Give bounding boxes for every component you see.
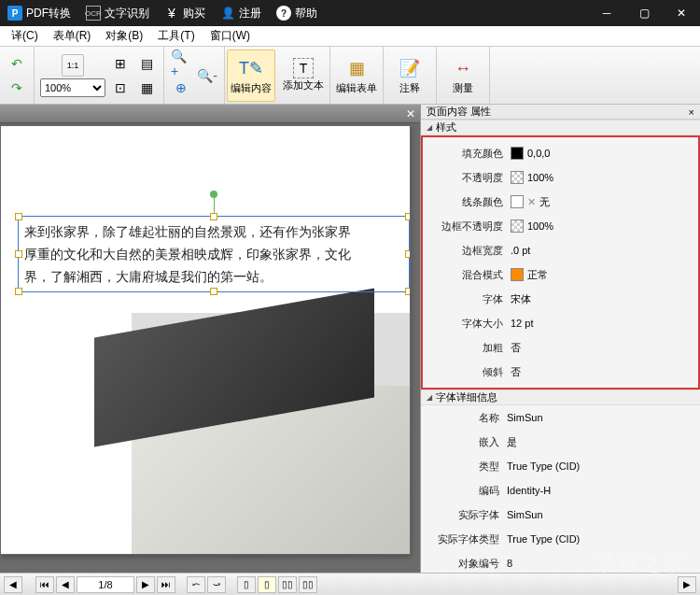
fill-color-label: 填充颜色 <box>425 147 511 161</box>
font-size-label: 字体大小 <box>425 317 511 331</box>
menu-interpret[interactable]: 译(C) <box>4 28 46 44</box>
zoom-tool3[interactable]: ▤ <box>135 52 158 75</box>
resize-handle-bm[interactable] <box>210 288 217 295</box>
add-text-button[interactable]: T 添加文本 <box>279 50 328 102</box>
zoom-tool2[interactable]: ⊡ <box>109 77 132 99</box>
document-page[interactable]: 来到张家界，除了雄起壮丽的自然景观，还有作为张家界 厚重的文化和大自然的美景相映… <box>0 125 411 555</box>
italic-value[interactable]: 否 <box>511 365 696 379</box>
view-facing-cont-button[interactable]: ▯▯ <box>299 576 317 593</box>
border-opacity-value[interactable]: 100% <box>511 220 696 233</box>
ocr-label: 文字识别 <box>105 6 149 21</box>
menu-window[interactable]: 窗口(W) <box>203 28 258 44</box>
nav-fwd-button[interactable]: ⤻ <box>207 576 226 593</box>
last-page-button[interactable]: ⏭ <box>157 576 175 593</box>
obj-number-value: 8 <box>507 558 700 569</box>
page-indicator-input[interactable] <box>77 576 134 593</box>
next-page-button[interactable]: ▶ <box>136 576 155 593</box>
opacity-label: 不透明度 <box>425 171 511 185</box>
fill-color-swatch[interactable] <box>511 147 524 160</box>
bold-value[interactable]: 否 <box>511 341 696 355</box>
section-style-header[interactable]: 样式 <box>421 120 700 135</box>
ocr-button[interactable]: OCR 文字识别 <box>78 6 157 21</box>
rotate-handle[interactable] <box>210 191 217 198</box>
panel-title-bar: 页面内容 属性 × <box>421 105 700 120</box>
close-tab-button[interactable]: ✕ <box>401 105 420 123</box>
measure-icon: ↔ <box>450 55 476 81</box>
prev-page-button[interactable]: ◀ <box>56 576 75 593</box>
menu-tool[interactable]: 工具(T) <box>150 28 202 44</box>
edit-text-icon: T✎ <box>238 55 264 81</box>
selected-text-box[interactable]: 来到张家界，除了雄起壮丽的自然景观，还有作为张家界 厚重的文化和大自然的美景相映… <box>18 216 410 292</box>
border-width-label: 边框宽度 <box>425 244 511 258</box>
view-single-button[interactable]: ▯ <box>237 576 256 593</box>
border-width-value[interactable]: .0 pt <box>511 245 696 256</box>
menu-object[interactable]: 对象(B) <box>98 28 150 44</box>
zoom-fit-button[interactable]: ⊕ <box>170 77 192 99</box>
resize-handle-mr[interactable] <box>405 250 411 258</box>
line-color-swatch[interactable] <box>511 195 524 208</box>
scroll-left-button[interactable]: ◀ <box>4 576 22 593</box>
font-size-value[interactable]: 12 pt <box>511 318 696 329</box>
panel-close-button[interactable]: × <box>689 106 694 118</box>
encoding-label: 编码 <box>421 484 507 498</box>
register-button[interactable]: 👤 注册 <box>213 6 269 21</box>
fill-color-value[interactable]: 0,0,0 <box>511 147 696 160</box>
add-text-icon: T <box>293 58 314 78</box>
help-button[interactable]: ? 帮助 <box>269 6 325 21</box>
resize-handle-br[interactable] <box>405 288 411 295</box>
resize-handle-bl[interactable] <box>15 288 22 295</box>
font-value[interactable]: 宋体 <box>511 292 696 306</box>
minimize-button[interactable]: ─ <box>588 0 625 26</box>
resize-handle-tr[interactable] <box>405 213 411 220</box>
menu-form[interactable]: 表单(R) <box>46 28 99 44</box>
resize-handle-ml[interactable] <box>15 250 22 258</box>
nav-back-button[interactable]: ⤺ <box>187 576 205 593</box>
font-name-value: SimSun <box>507 412 700 423</box>
measure-button[interactable]: ↔ 测量 <box>439 50 487 102</box>
yen-icon: ¥ <box>164 6 179 21</box>
fit-page-button[interactable]: 1:1 <box>62 54 84 77</box>
edit-form-button[interactable]: ▦ 编辑表单 <box>332 50 381 102</box>
workspace: ✕ 来到张家界，除了雄起壮丽的自然景观，还有作为张家界 厚重的文化和大自然的美景… <box>0 105 700 573</box>
annotate-button[interactable]: 📝 注释 <box>385 50 434 102</box>
view-facing-button[interactable]: ▯▯ <box>278 576 297 593</box>
canvas-tabbar: ✕ <box>0 105 420 123</box>
redo-button[interactable]: ↷ <box>6 77 28 99</box>
text-content[interactable]: 来到张家界，除了雄起壮丽的自然景观，还有作为张家界 厚重的文化和大自然的美景相映… <box>19 217 409 291</box>
canvas-area[interactable]: ✕ 来到张家界，除了雄起壮丽的自然景观，还有作为张家界 厚重的文化和大自然的美景… <box>0 105 420 573</box>
zoom-tool4[interactable]: ▦ <box>135 77 158 99</box>
zoom-select[interactable]: 100% <box>40 78 105 97</box>
type-value: True Type (CID) <box>507 460 700 472</box>
buy-button[interactable]: ¥ 购买 <box>157 6 213 21</box>
view-continuous-button[interactable]: ▯ <box>258 576 276 593</box>
close-button[interactable]: ✕ <box>663 0 700 26</box>
bold-label: 加粗 <box>425 341 511 355</box>
scroll-right-button[interactable]: ▶ <box>678 576 696 593</box>
section-font-detail-header[interactable]: 字体详细信息 <box>421 390 700 405</box>
blend-mode-label: 混合模式 <box>425 268 511 282</box>
actual-font-value: SimSun <box>507 509 700 520</box>
edit-content-button[interactable]: T✎ 编辑内容 <box>227 50 275 102</box>
resize-handle-tm[interactable] <box>210 213 217 220</box>
zoom-tool1[interactable]: ⊞ <box>109 52 132 75</box>
zoom-in-button[interactable]: 🔍+ <box>170 52 192 75</box>
style-properties: 填充颜色0,0,0 不透明度100% 线条颜色✕无 边框不透明度100% 边框宽… <box>421 135 700 390</box>
border-opacity-swatch <box>511 220 524 233</box>
ocr-icon: OCR <box>86 6 101 21</box>
line-color-value[interactable]: ✕无 <box>511 195 696 209</box>
opacity-swatch <box>511 171 524 184</box>
blend-mode-value[interactable]: 正常 <box>511 268 696 282</box>
line-color-label: 线条颜色 <box>425 195 511 209</box>
actual-font-label: 实际字体 <box>421 508 507 522</box>
annotate-icon: 📝 <box>397 55 423 81</box>
first-page-button[interactable]: ⏮ <box>35 576 54 593</box>
zoom-out-button[interactable]: 🔍- <box>196 64 218 87</box>
pdf-convert-button[interactable]: P PDF转换 <box>0 6 78 21</box>
properties-panel: 页面内容 属性 × 样式 填充颜色0,0,0 不透明度100% 线条颜色✕无 边… <box>420 105 700 573</box>
undo-button[interactable]: ↶ <box>6 52 28 75</box>
resize-handle-tl[interactable] <box>15 213 22 220</box>
maximize-button[interactable]: ▢ <box>625 0 663 26</box>
border-opacity-label: 边框不透明度 <box>425 220 511 234</box>
opacity-value[interactable]: 100% <box>511 171 696 184</box>
actual-font-type-value: True Type (CID) <box>507 533 700 545</box>
